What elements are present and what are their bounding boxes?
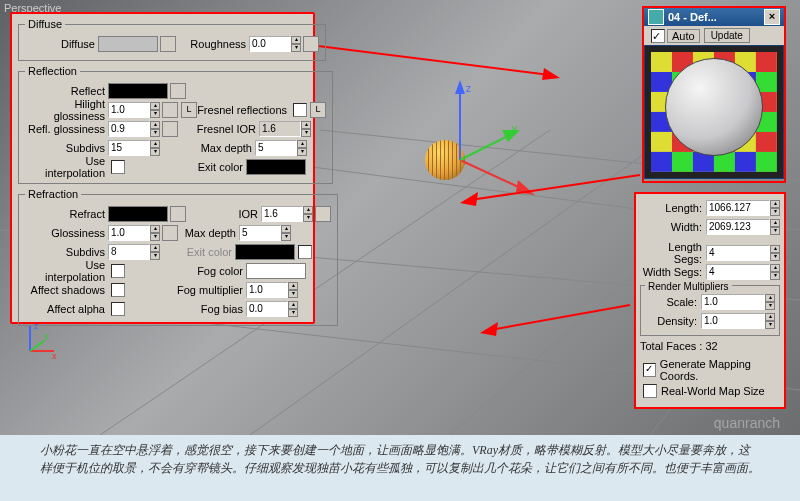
refr-gloss-input[interactable]: 1.0 bbox=[108, 225, 150, 241]
roughness-input[interactable]: 0.0 bbox=[249, 36, 291, 52]
ior-input[interactable]: 1.6 bbox=[261, 206, 303, 222]
fog-mult-spinner[interactable]: ▴▾ bbox=[288, 282, 298, 298]
refl-subdivs-spinner[interactable]: ▴▾ bbox=[150, 140, 160, 156]
material-params-panel: Diffuse Diffuse Roughness 0.0▴▾ Reflecti… bbox=[10, 12, 315, 324]
width-input[interactable]: 2069.123 bbox=[706, 219, 770, 235]
density-input[interactable]: 1.0 bbox=[701, 313, 765, 329]
affect-shadows-checkbox[interactable] bbox=[111, 283, 125, 297]
ior-map-button[interactable] bbox=[315, 206, 331, 222]
diffuse-map-button[interactable] bbox=[160, 36, 176, 52]
object-params-panel: Length:1066.127▴▾ Width:2069.123▴▾ Lengt… bbox=[634, 192, 786, 409]
preview-titlebar[interactable]: 04 - Def... × bbox=[644, 8, 784, 26]
fresnel-lock-button[interactable]: L bbox=[310, 102, 326, 118]
reflection-legend: Reflection bbox=[25, 65, 80, 77]
total-faces-text: Total Faces : 32 bbox=[640, 340, 780, 352]
refl-gloss-input[interactable]: 0.9 bbox=[108, 121, 150, 137]
refr-exitcolor-label: Exit color bbox=[160, 246, 235, 258]
diffuse-color-swatch[interactable] bbox=[98, 36, 158, 52]
width-segs-label: Width Segs: bbox=[640, 266, 706, 278]
refr-exitcolor-checkbox[interactable] bbox=[298, 245, 312, 259]
render-mult-group: Render Multipliers Scale:1.0▴▾ Density:1… bbox=[640, 285, 780, 336]
svg-marker-9 bbox=[455, 80, 465, 94]
refr-subdivs-input[interactable]: 8 bbox=[108, 244, 150, 260]
svg-line-20 bbox=[30, 341, 44, 351]
refraction-legend: Refraction bbox=[25, 188, 81, 200]
svg-text:z: z bbox=[466, 83, 471, 94]
transform-gizmo[interactable]: zy bbox=[440, 80, 560, 200]
refl-maxdepth-input[interactable]: 5 bbox=[255, 140, 297, 156]
fresnel-ior-spinner[interactable]: ▴▾ bbox=[301, 121, 311, 137]
svg-line-12 bbox=[460, 135, 510, 160]
refr-interp-checkbox[interactable] bbox=[111, 264, 125, 278]
scale-label: Scale: bbox=[645, 296, 701, 308]
fresnel-ior-input[interactable]: 1.6 bbox=[259, 121, 301, 137]
fresnel-checkbox[interactable] bbox=[293, 103, 307, 117]
gen-map-checkbox[interactable] bbox=[643, 363, 656, 377]
svg-marker-13 bbox=[502, 130, 520, 142]
length-spinner[interactable]: ▴▾ bbox=[770, 200, 780, 216]
svg-marker-11 bbox=[516, 180, 535, 195]
refl-maxdepth-label: Max depth bbox=[160, 142, 255, 154]
caption-text: 小粉花一直在空中悬浮着，感觉很空，接下来要创建一个地面，让画面略显饱满。VRay… bbox=[0, 435, 800, 501]
fog-bias-input[interactable]: 0.0 bbox=[246, 301, 288, 317]
update-button[interactable]: Update bbox=[704, 28, 750, 43]
refl-maxdepth-spinner[interactable]: ▴▾ bbox=[297, 140, 307, 156]
refraction-group: Refraction Refract IOR1.6▴▾ Glossiness1.… bbox=[18, 188, 338, 326]
fog-mult-input[interactable]: 1.0 bbox=[246, 282, 288, 298]
diffuse-label: Diffuse bbox=[25, 38, 98, 50]
affect-shadows-label: Affect shadows bbox=[25, 284, 108, 296]
preview-render bbox=[644, 45, 784, 179]
fog-color-swatch[interactable] bbox=[246, 263, 306, 279]
refl-exitcolor-label: Exit color bbox=[125, 161, 246, 173]
refl-gloss-spinner[interactable]: ▴▾ bbox=[150, 121, 160, 137]
refl-gloss-label: Refl. glossiness bbox=[25, 123, 108, 135]
refl-exitcolor-swatch[interactable] bbox=[246, 159, 306, 175]
refr-gloss-spinner[interactable]: ▴▾ bbox=[150, 225, 160, 241]
width-segs-input[interactable]: 4 bbox=[706, 264, 770, 280]
length-segs-input[interactable]: 4 bbox=[706, 245, 770, 261]
scale-input[interactable]: 1.0 bbox=[701, 294, 765, 310]
refl-interp-checkbox[interactable] bbox=[111, 160, 125, 174]
watermark-text: quanranch bbox=[714, 415, 780, 431]
hilight-input[interactable]: 1.0 bbox=[108, 102, 150, 118]
length-segs-spinner[interactable]: ▴▾ bbox=[770, 245, 780, 261]
close-button[interactable]: × bbox=[764, 9, 780, 25]
refract-color-swatch[interactable] bbox=[108, 206, 168, 222]
refl-subdivs-input[interactable]: 15 bbox=[108, 140, 150, 156]
length-input[interactable]: 1066.127 bbox=[706, 200, 770, 216]
hilight-lock-button[interactable]: L bbox=[181, 102, 197, 118]
fog-bias-spinner[interactable]: ▴▾ bbox=[288, 301, 298, 317]
density-spinner[interactable]: ▴▾ bbox=[765, 313, 775, 329]
refl-gloss-map-button[interactable] bbox=[162, 121, 178, 137]
scale-spinner[interactable]: ▴▾ bbox=[765, 294, 775, 310]
refr-maxdepth-input[interactable]: 5 bbox=[239, 225, 281, 241]
material-preview-window[interactable]: 04 - Def... × ✓Auto Update bbox=[642, 6, 786, 183]
reflect-map-button[interactable] bbox=[170, 83, 186, 99]
app-icon bbox=[648, 9, 664, 25]
affect-alpha-checkbox[interactable] bbox=[111, 302, 125, 316]
refr-gloss-map-button[interactable] bbox=[162, 225, 178, 241]
roughness-spinner[interactable]: ▴▾ bbox=[291, 36, 301, 52]
preview-toolbar: ✓Auto Update bbox=[644, 26, 784, 45]
reflect-label: Reflect bbox=[25, 85, 108, 97]
refr-exitcolor-swatch[interactable] bbox=[235, 244, 295, 260]
auto-checkbox[interactable]: ✓ bbox=[651, 29, 665, 43]
ior-spinner[interactable]: ▴▾ bbox=[303, 206, 313, 222]
refr-gloss-label: Glossiness bbox=[25, 227, 108, 239]
reflect-color-swatch[interactable] bbox=[108, 83, 168, 99]
width-segs-spinner[interactable]: ▴▾ bbox=[770, 264, 780, 280]
refract-label: Refract bbox=[25, 208, 108, 220]
hilight-spinner[interactable]: ▴▾ bbox=[150, 102, 160, 118]
reflection-group: Reflection Reflect Hilight glossiness1.0… bbox=[18, 65, 333, 184]
fog-mult-label: Fog multiplier bbox=[125, 284, 246, 296]
refr-maxdepth-spinner[interactable]: ▴▾ bbox=[281, 225, 291, 241]
length-label: Length: bbox=[640, 202, 706, 214]
refr-subdivs-spinner[interactable]: ▴▾ bbox=[150, 244, 160, 260]
width-spinner[interactable]: ▴▾ bbox=[770, 219, 780, 235]
refract-map-button[interactable] bbox=[170, 206, 186, 222]
gen-map-label: Generate Mapping Coords. bbox=[660, 358, 780, 382]
real-world-checkbox[interactable] bbox=[643, 384, 657, 398]
roughness-map-button[interactable] bbox=[303, 36, 319, 52]
preview-title: 04 - Def... bbox=[668, 11, 764, 23]
hilight-map-button[interactable] bbox=[162, 102, 178, 118]
